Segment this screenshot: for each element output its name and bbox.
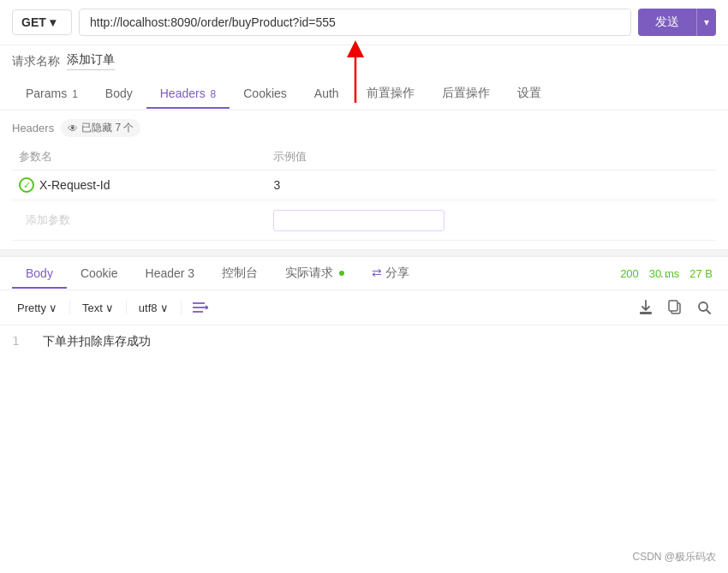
response-toolbar: Pretty ∨ Text ∨ utf8 ∨ — [0, 290, 728, 325]
headers-section: Headers 👁 已隐藏 7 个 参数名 示例值 — [0, 110, 728, 249]
more-dots[interactable]: ... — [660, 257, 677, 289]
col-name-header: 参数名 — [12, 144, 266, 170]
share-icon: ⇄ — [372, 266, 382, 279]
method-label: GET — [21, 15, 46, 29]
text-select[interactable]: Text ∨ — [77, 299, 119, 317]
response-tab-console[interactable]: 控制台 — [208, 257, 272, 289]
response-tabs-row: Body Cookie Header 3 控制台 实际请求 ⇄ 分享 ... 2… — [0, 257, 728, 290]
text-arrow: ∨ — [105, 301, 114, 314]
code-content-1: 下单并扣除库存成功 — [43, 334, 151, 349]
request-name-area: 请求名称 添加订单 — [0, 45, 728, 77]
col-example-header: 示例值 — [266, 144, 716, 170]
param-name-cell: ✓ X-Request-Id — [12, 170, 266, 200]
tab-params-label: Params — [26, 87, 67, 100]
response-tab-console-label: 控制台 — [222, 266, 258, 279]
response-status: 200 — [620, 267, 639, 280]
add-param-placeholder[interactable]: 添加参数 — [19, 207, 260, 233]
tab-pre-ops[interactable]: 前置操作 — [353, 77, 428, 110]
svg-rect-5 — [640, 312, 652, 314]
code-output-area: 1 下单并扣除库存成功 — [0, 325, 728, 358]
text-label: Text — [82, 301, 103, 314]
response-tab-header[interactable]: Header 3 — [132, 258, 209, 289]
tab-headers-label: Headers — [160, 87, 206, 100]
utf8-label: utf8 — [139, 301, 158, 314]
tab-body-label: Body — [105, 87, 133, 100]
response-tab-cookie[interactable]: Cookie — [67, 258, 132, 289]
headers-label-row: Headers 👁 已隐藏 7 个 — [12, 119, 716, 137]
response-tab-header-label: Header — [146, 266, 185, 280]
watermark: CSDN @极乐码农 — [632, 550, 716, 564]
copy-button[interactable] — [663, 295, 687, 319]
search-button[interactable] — [692, 295, 716, 319]
check-icon: ✓ — [19, 177, 34, 193]
response-tab-actual[interactable]: 实际请求 — [272, 257, 358, 289]
svg-line-9 — [707, 310, 710, 313]
response-tab-body-label: Body — [26, 266, 53, 280]
send-btn-group: 发送 ▾ — [638, 9, 716, 36]
add-param-cell: 添加参数 — [12, 200, 266, 241]
pretty-arrow: ∨ — [49, 301, 57, 314]
url-bar-area: GET ▾ 发送 ▾ — [0, 0, 728, 45]
utf8-select[interactable]: utf8 ∨ — [134, 299, 174, 317]
copy-icon — [668, 300, 682, 315]
response-area: Body Cookie Header 3 控制台 实际请求 ⇄ 分享 ... 2… — [0, 256, 728, 358]
toolbar-sep-3 — [181, 301, 182, 314]
response-tab-body[interactable]: Body — [12, 258, 67, 289]
headers-section-label: Headers — [12, 122, 54, 134]
tab-body[interactable]: Body — [92, 78, 146, 109]
toolbar-sep-1 — [69, 301, 70, 314]
add-param-value-cell[interactable] — [266, 200, 716, 241]
wrap-lines-icon — [193, 301, 208, 313]
tab-auth-label: Auth — [314, 87, 339, 100]
section-divider — [0, 249, 728, 256]
param-name-value[interactable]: X-Request-Id — [39, 178, 110, 192]
pretty-label: Pretty — [17, 301, 46, 314]
add-param-row: 添加参数 — [12, 200, 716, 241]
tab-headers-badge: 8 — [211, 88, 217, 100]
toolbar-sep-2 — [126, 301, 127, 314]
wrap-icon-button[interactable] — [188, 295, 212, 319]
tab-cookies[interactable]: Cookies — [230, 78, 301, 109]
request-tabs-row: Params 1 Body Headers 8 Cookies Auth 前置操… — [0, 77, 728, 110]
method-dropdown-icon: ▾ — [50, 15, 56, 29]
url-input[interactable] — [79, 9, 631, 36]
tab-post-ops[interactable]: 后置操作 — [428, 77, 504, 110]
hidden-badge[interactable]: 👁 已隐藏 7 个 — [61, 119, 140, 137]
request-name-value[interactable]: 添加订单 — [67, 52, 115, 70]
tab-cookies-label: Cookies — [243, 87, 287, 100]
tab-auth[interactable]: Auth — [301, 78, 353, 109]
tab-headers[interactable]: Headers 8 — [146, 78, 230, 109]
tab-pre-ops-label: 前置操作 — [367, 86, 415, 99]
tab-post-ops-label: 后置操作 — [442, 86, 490, 99]
search-icon — [697, 301, 711, 314]
code-line-1: 1 下单并扣除库存成功 — [12, 334, 716, 349]
svg-rect-7 — [669, 301, 677, 311]
method-select[interactable]: GET ▾ — [12, 9, 72, 35]
send-dropdown-button[interactable]: ▾ — [696, 9, 716, 36]
request-name-label: 请求名称 — [12, 54, 60, 69]
download-button[interactable] — [634, 295, 658, 319]
tab-settings[interactable]: 设置 — [504, 77, 555, 110]
headers-table: 参数名 示例值 ✓ X-Request-Id 3 — [12, 144, 716, 241]
table-row: ✓ X-Request-Id 3 — [12, 170, 716, 200]
send-button[interactable]: 发送 — [638, 9, 696, 36]
response-tab-share[interactable]: ⇄ 分享 — [358, 257, 423, 289]
hidden-count-text: 已隐藏 7 个 — [81, 121, 134, 135]
response-size: 27 B — [689, 267, 713, 280]
tab-params-badge: 1 — [72, 88, 78, 100]
utf8-arrow: ∨ — [160, 301, 169, 314]
tab-params[interactable]: Params 1 — [12, 78, 92, 109]
response-dot-icon — [339, 271, 344, 276]
add-param-input[interactable] — [273, 210, 445, 231]
response-tab-actual-label: 实际请求 — [285, 266, 333, 279]
response-tab-header-badge: 3 — [188, 266, 194, 280]
line-number-1: 1 — [12, 334, 29, 349]
pretty-select[interactable]: Pretty ∨ — [12, 299, 63, 317]
response-tab-cookie-label: Cookie — [81, 266, 118, 280]
download-icon — [639, 300, 653, 315]
param-example-value: 3 — [273, 178, 280, 192]
tab-settings-label: 设置 — [517, 86, 541, 99]
toolbar-right-icons — [634, 295, 716, 319]
eye-icon: 👁 — [68, 122, 78, 134]
param-example-cell[interactable]: 3 — [266, 170, 716, 200]
